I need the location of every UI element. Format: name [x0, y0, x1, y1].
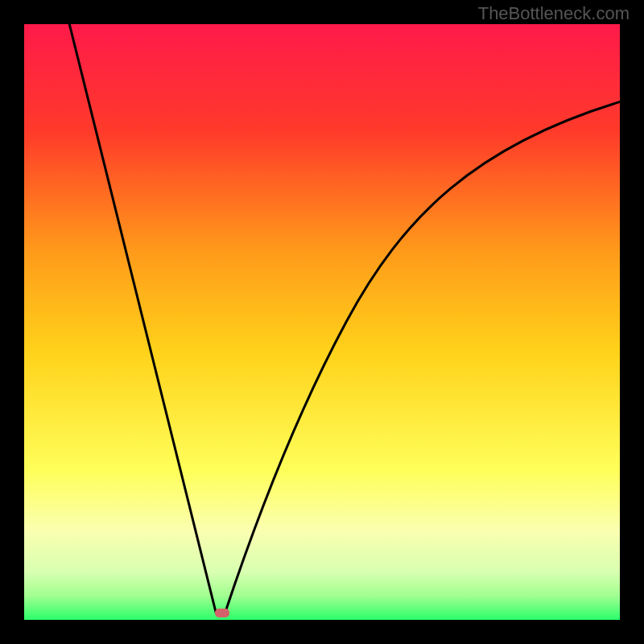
chart-svg: [24, 24, 620, 620]
min-marker: [215, 609, 229, 617]
watermark-text: TheBottleneck.com: [478, 3, 630, 24]
chart-background: [24, 24, 620, 620]
chart-plot-area: [24, 24, 620, 620]
